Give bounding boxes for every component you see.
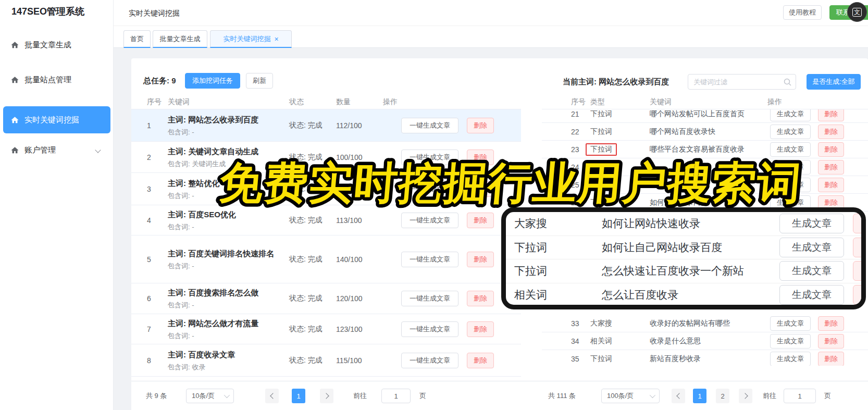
generate-article-button[interactable]: 生成文章 xyxy=(779,261,844,281)
current-main-keyword: 当前主词: 网站怎么收录到百度 xyxy=(563,74,669,90)
left-table-header: 序号 关键词 状态 数量 操作 xyxy=(131,94,521,109)
table-row[interactable]: 7 主词: 网站怎么做才有流量包含词: - 状态: 完成 123/100 一键生… xyxy=(131,314,521,344)
generate-article-button[interactable]: 生成文章 xyxy=(770,352,811,366)
table-row[interactable]: 1 主词: 网站怎么收录到百度包含词: - 状态: 完成 112/100 一键生… xyxy=(131,109,521,142)
generate-article-button[interactable]: 一键生成文章 xyxy=(401,291,458,306)
table-row[interactable]: 5 主词: 百度关键词排名快速排名包含词: - 状态: 完成 140/100 一… xyxy=(131,235,521,283)
app-logo: 147SEO管理系统 xyxy=(11,5,84,18)
generate-article-button[interactable]: 生成文章 xyxy=(779,238,844,257)
add-task-button[interactable]: 添加挖词任务 xyxy=(185,73,240,89)
sidebar-item-site-manage[interactable]: 批量站点管理 xyxy=(0,71,114,88)
prev-page-button[interactable] xyxy=(265,389,279,403)
page-number-button[interactable]: 2 xyxy=(716,389,729,403)
delete-button[interactable]: 删除 xyxy=(467,291,494,306)
delete-button[interactable]: 删除 xyxy=(818,109,844,121)
sidebar-item-label: 批量站点管理 xyxy=(24,75,71,85)
generate-article-button[interactable]: 生成文章 xyxy=(770,160,811,175)
delete-button[interactable]: 删除 xyxy=(853,238,866,257)
refresh-button[interactable]: 刷新 xyxy=(246,73,273,89)
generate-article-button[interactable]: 生成文章 xyxy=(770,316,811,331)
generate-article-button[interactable]: 生成文章 xyxy=(770,334,811,349)
page-size-select[interactable]: 100条/页 xyxy=(601,389,660,403)
delete-button[interactable]: 删除 xyxy=(818,352,844,366)
table-row[interactable]: 6 主词: 百度搜索排名怎么做包含词: - 状态: 完成 120/100 一键生… xyxy=(131,283,521,314)
delete-button[interactable]: 删除 xyxy=(853,214,866,233)
screenshot-ocr-icon[interactable]: 文 xyxy=(847,2,867,22)
table-row[interactable]: 3 主词: 整站优化包含词: - 状态: 完成 一键生成文章 删除 xyxy=(131,173,521,205)
table-row[interactable]: 33 大家搜 收录好的发帖网站有哪些 生成文章 删除 xyxy=(542,315,868,332)
generate-article-button[interactable]: 一键生成文章 xyxy=(401,213,458,228)
delete-button[interactable]: 删除 xyxy=(467,252,494,267)
count-text: 123/100 xyxy=(336,325,363,333)
goto-page-input[interactable] xyxy=(784,389,816,403)
delete-button[interactable]: 删除 xyxy=(818,178,844,192)
close-icon[interactable]: × xyxy=(274,35,278,43)
table-row[interactable]: 24 下拉词 生成文章 删除 xyxy=(542,158,868,176)
home-icon xyxy=(10,116,19,125)
generate-article-button[interactable]: 一键生成文章 xyxy=(401,353,458,368)
generate-all-button[interactable]: 是否生成:全部 xyxy=(807,74,861,90)
sidebar-item-label: 实时关键词挖掘 xyxy=(24,115,79,125)
tab-home[interactable]: 首页 xyxy=(123,30,151,48)
table-row[interactable]: 22 下拉词 哪个网站百度收录快 生成文章 删除 xyxy=(542,123,868,141)
generate-article-button[interactable]: 生成文章 xyxy=(770,125,811,139)
table-row[interactable]: 4 主词: 百度SEO优化包含词: - 状态: 完成 113/100 一键生成文… xyxy=(131,205,521,235)
sidebar-item-account[interactable]: 账户管理 xyxy=(0,142,114,158)
delete-button[interactable]: 删除 xyxy=(467,150,494,165)
keyword-filter-field[interactable] xyxy=(688,74,796,90)
delete-button[interactable]: 删除 xyxy=(467,353,494,368)
delete-button[interactable]: 删除 xyxy=(818,125,844,139)
delete-button[interactable]: 删除 xyxy=(818,160,844,175)
table-row[interactable]: 35 下拉词 新站百度秒收录 生成文章 删除 xyxy=(542,350,868,366)
include-words: 包含词: 关键词生成 xyxy=(168,159,277,169)
generate-article-button[interactable]: 生成文章 xyxy=(770,109,811,121)
table-row[interactable]: 21 下拉词 哪个网站发帖可以上百度首页 生成文章 删除 xyxy=(542,109,868,123)
page-number-button[interactable]: 1 xyxy=(292,389,305,403)
next-page-button[interactable] xyxy=(739,389,752,403)
generate-article-button[interactable]: 一键生成文章 xyxy=(401,321,458,337)
tab-keyword-mining[interactable]: 实时关键词挖掘 × xyxy=(210,30,292,48)
delete-button[interactable]: 删除 xyxy=(853,261,866,281)
goto-page-input[interactable] xyxy=(381,389,411,403)
table-row[interactable]: 25 大家搜 生成文章 删除 xyxy=(542,176,868,194)
generate-article-button[interactable]: 生成文章 xyxy=(779,214,844,233)
page-size-select[interactable]: 10条/页 xyxy=(186,389,234,403)
table-row[interactable]: 23 下拉词 哪些平台发文容易被百度收录 生成文章 删除 xyxy=(542,141,868,158)
generate-article-button[interactable]: 生成文章 xyxy=(779,285,844,305)
generate-article-button[interactable]: 一键生成文章 xyxy=(401,252,458,267)
delete-button[interactable]: 删除 xyxy=(818,334,844,349)
tutorial-button[interactable]: 使用教程 xyxy=(783,5,822,20)
delete-button[interactable]: 删除 xyxy=(853,285,866,305)
delete-button[interactable]: 删除 xyxy=(467,181,494,197)
prev-page-button[interactable] xyxy=(672,389,685,403)
delete-button[interactable]: 删除 xyxy=(467,213,494,228)
generate-article-button[interactable]: 生成文章 xyxy=(770,142,811,157)
delete-button[interactable]: 删除 xyxy=(818,142,844,157)
next-page-button[interactable] xyxy=(320,389,333,403)
sidebar-item-label: 账户管理 xyxy=(24,145,56,155)
table-row[interactable]: 8 主词: 百度收录文章包含词: 收录 状态: 完成 115/100 一键生成文… xyxy=(131,344,521,377)
count-text: 120/100 xyxy=(336,294,363,303)
chevron-right-icon xyxy=(323,393,329,399)
tab-article-generate[interactable]: 批量文章生成 xyxy=(153,30,207,48)
generate-article-button[interactable]: 一键生成文章 xyxy=(401,150,458,165)
table-row[interactable]: 2 主词: 关键词文章自动生成包含词: 关键词生成 状态: 完成 100/100… xyxy=(131,142,521,173)
right-pagination: 共 111 条 100条/页 1 2 前往 页 xyxy=(542,389,868,403)
delete-button[interactable]: 删除 xyxy=(467,321,494,337)
sidebar-item-article-generate[interactable]: 批量文章生成 xyxy=(0,36,114,53)
status-text: 状态: 完成 xyxy=(289,153,323,162)
keyword-filter-input[interactable] xyxy=(688,78,784,86)
generate-article-button[interactable]: 一键生成文章 xyxy=(401,181,458,197)
home-icon xyxy=(10,41,19,49)
generate-article-button[interactable]: 一键生成文章 xyxy=(401,118,458,133)
keyword-text: 怎么快速让百度收录一个新站 xyxy=(602,264,744,278)
page-number-button[interactable]: 1 xyxy=(693,389,706,403)
zoom-row: 大家搜 如何让网站快速收录 生成文章 删除 xyxy=(506,212,861,236)
chevron-down-icon xyxy=(224,392,230,398)
generate-article-button[interactable]: 生成文章 xyxy=(770,178,811,192)
delete-button[interactable]: 删除 xyxy=(818,316,844,331)
delete-button[interactable]: 删除 xyxy=(467,118,494,133)
table-row[interactable]: 34 相关词 收录是什么意思 生成文章 删除 xyxy=(542,332,868,350)
sidebar-item-keyword-mining[interactable]: 实时关键词挖掘 xyxy=(3,106,110,133)
total-tasks: 总任务: 9 xyxy=(143,73,176,89)
